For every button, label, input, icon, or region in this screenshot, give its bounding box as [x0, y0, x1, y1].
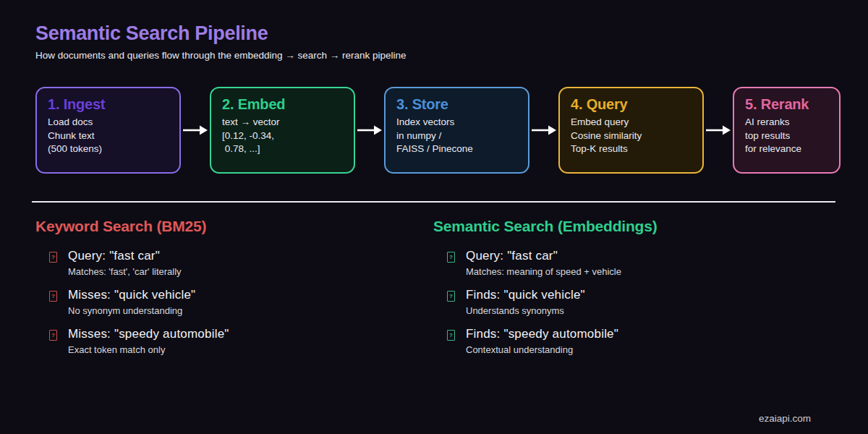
step-line: Chunk text	[48, 129, 169, 143]
missing-glyph-icon	[49, 291, 57, 302]
step-line: in numpy /	[396, 129, 517, 143]
item-title: Query: "fast car"	[68, 250, 182, 263]
flow-arrow-icon	[704, 87, 733, 174]
step-line: Embed query	[571, 116, 692, 129]
item-title: Misses: "quick vehicle"	[68, 289, 195, 302]
semantic-search-column: Semantic Search (Embeddings) Query: "fas…	[433, 218, 657, 367]
item-detail: Exact token match only	[68, 344, 229, 355]
step-line: Top-K results	[571, 142, 692, 156]
keyword-search-heading: Keyword Search (BM25)	[35, 218, 229, 234]
step-line: 0.78, ...]	[222, 142, 343, 156]
pipeline-flow: 1. Ingest Load docs Chunk text (500 toke…	[35, 87, 841, 174]
step-line: FAISS / Pinecone	[396, 142, 517, 156]
step-line: text → vector	[222, 116, 343, 129]
missing-glyph-icon	[49, 252, 57, 263]
step-line: AI reranks	[745, 116, 828, 129]
list-item: Misses: "speedy automobile" Exact token …	[49, 328, 229, 355]
list-item: Misses: "quick vehicle" No synonym under…	[49, 289, 229, 316]
step-title: 5. Rerank	[745, 96, 828, 113]
missing-glyph-icon	[447, 291, 455, 302]
pipeline-step-rerank: 5. Rerank AI reranks top results for rel…	[733, 87, 841, 174]
step-line: Load docs	[48, 116, 169, 129]
step-title: 2. Embed	[222, 96, 343, 113]
item-title: Finds: "speedy automobile"	[466, 328, 618, 341]
pipeline-step-store: 3. Store Index vectors in numpy / FAISS …	[384, 87, 529, 174]
flow-arrow-icon	[529, 87, 558, 174]
step-line: [0.12, -0.34,	[222, 129, 343, 143]
pipeline-step-ingest: 1. Ingest Load docs Chunk text (500 toke…	[35, 87, 181, 174]
missing-glyph-icon	[447, 252, 455, 263]
pipeline-step-query: 4. Query Embed query Cosine similarity T…	[558, 87, 704, 174]
step-line: Cosine similarity	[571, 129, 692, 143]
step-line: for relevance	[745, 142, 828, 156]
flow-arrow-icon	[355, 87, 384, 174]
list-item: Finds: "speedy automobile" Contextual un…	[447, 328, 657, 355]
page-subtitle: How documents and queries flow through t…	[35, 50, 407, 61]
step-title: 1. Ingest	[48, 96, 169, 113]
item-detail: Contextual understanding	[466, 344, 618, 355]
item-title: Query: "fast car"	[466, 250, 621, 263]
item-detail: Matches: meaning of speed + vehicle	[466, 266, 621, 277]
step-line: Index vectors	[396, 116, 517, 129]
step-title: 4. Query	[571, 96, 692, 113]
list-item: Query: "fast car" Matches: meaning of sp…	[447, 250, 657, 277]
pipeline-step-embed: 2. Embed text → vector [0.12, -0.34, 0.7…	[210, 87, 355, 174]
step-line: (500 tokens)	[48, 142, 169, 156]
section-divider	[32, 201, 835, 203]
list-item: Query: "fast car" Matches: 'fast', 'car'…	[49, 250, 229, 277]
list-item: Finds: "quick vehicle" Understands synon…	[447, 289, 657, 316]
missing-glyph-icon	[447, 330, 455, 341]
item-detail: Matches: 'fast', 'car' literally	[68, 266, 182, 277]
step-line: top results	[745, 129, 828, 143]
item-title: Misses: "speedy automobile"	[68, 328, 229, 341]
semantic-search-heading: Semantic Search (Embeddings)	[433, 218, 657, 234]
item-detail: Understands synonyms	[466, 305, 585, 316]
header: Semantic Search Pipeline How documents a…	[35, 23, 407, 61]
page-title: Semantic Search Pipeline	[35, 23, 407, 45]
item-title: Finds: "quick vehicle"	[466, 289, 585, 302]
watermark: ezaiapi.com	[759, 413, 811, 424]
item-detail: No synonym understanding	[68, 305, 195, 316]
semantic-items: Query: "fast car" Matches: meaning of sp…	[447, 250, 657, 355]
infographic-canvas: Semantic Search Pipeline How documents a…	[0, 0, 868, 434]
flow-arrow-icon	[181, 87, 210, 174]
step-title: 3. Store	[396, 96, 517, 113]
missing-glyph-icon	[49, 330, 57, 341]
keyword-items: Query: "fast car" Matches: 'fast', 'car'…	[49, 250, 229, 355]
keyword-search-column: Keyword Search (BM25) Query: "fast car" …	[35, 218, 229, 367]
